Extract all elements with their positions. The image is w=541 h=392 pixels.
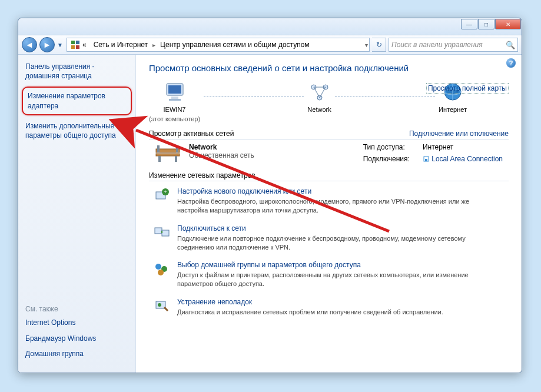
close-button[interactable]: ✕: [495, 19, 521, 29]
task-new-connection-desc: Настройка беспроводного, широкополосного…: [177, 197, 483, 215]
task-homegroup: Выбор домашней группы и параметров общег…: [154, 261, 509, 288]
svg-point-33: [158, 270, 164, 275]
address-icon: «: [67, 38, 90, 51]
troubleshoot-icon: [154, 298, 170, 314]
forward-button[interactable]: ►: [39, 37, 55, 52]
task-connect-desc: Подключение или повторное подключение к …: [177, 234, 483, 252]
homegroup-icon: [154, 261, 170, 277]
svg-line-13: [320, 87, 326, 98]
svg-rect-6: [171, 97, 178, 99]
access-type-label: Тип доступа:: [363, 143, 410, 152]
connection-name: Local Area Connection: [432, 155, 503, 163]
address-prefix: «: [82, 41, 87, 49]
svg-rect-19: [158, 156, 161, 162]
map-network: Network: [307, 81, 331, 122]
connect-disconnect-link[interactable]: Подключение или отключение: [409, 129, 509, 138]
svg-point-35: [158, 303, 161, 307]
access-type-value: Интернет: [423, 143, 503, 152]
change-settings-heading: Изменение сетевых параметров: [149, 171, 509, 181]
bench-icon: [154, 143, 182, 164]
computer-icon: [163, 81, 187, 104]
sidebar-sharing-link[interactable]: Изменить дополнительные параметры общего…: [25, 121, 128, 140]
search-icon[interactable]: 🔍: [506, 41, 515, 49]
svg-rect-28: [155, 228, 162, 234]
svg-line-12: [314, 87, 320, 98]
task-homegroup-desc: Доступ к файлам и принтерам, расположенн…: [177, 271, 483, 288]
connect-icon: [154, 224, 170, 241]
window: — □ ✕ ◄ ► ▼ « Сеть и Интернет ▸ Центр уп…: [18, 18, 522, 373]
breadcrumb-seg-1[interactable]: Сеть и Интернет: [90, 38, 151, 51]
map-internet-sub: [452, 115, 453, 122]
sidebar: Панель управления - домашняя страница Из…: [18, 55, 136, 373]
map-internet-label: Интернет: [439, 106, 467, 113]
svg-rect-1: [76, 41, 79, 44]
task-new-connection: + Настройка нового подключения или сети …: [154, 187, 509, 215]
see-also-link-0[interactable]: Internet Options: [25, 318, 129, 327]
map-pc-sub: (этот компьютер): [149, 115, 200, 122]
active-network-row: Network Общественная сеть Тип доступа: И…: [149, 143, 509, 164]
connection-link[interactable]: Local Area Connection: [423, 155, 503, 164]
network-info: Тип доступа: Интернет Подключения: Local…: [363, 143, 509, 164]
back-button[interactable]: ◄: [22, 37, 37, 52]
map-pc: IEWIN7 (этот компьютер): [149, 81, 200, 122]
svg-text:+: +: [164, 189, 167, 195]
task-homegroup-link[interactable]: Выбор домашней группы и параметров общег…: [177, 261, 483, 269]
minimize-button[interactable]: —: [461, 19, 477, 29]
search-input[interactable]: Поиск в панели управления 🔍: [389, 38, 518, 52]
network-icon: [308, 81, 331, 104]
see-also-heading: См. также: [25, 305, 129, 313]
svg-rect-0: [71, 41, 75, 44]
address-bar[interactable]: « Сеть и Интернет ▸ Центр управления сет…: [67, 38, 370, 52]
full-map-link[interactable]: Просмотр полной карты: [426, 83, 509, 94]
svg-rect-7: [169, 99, 181, 101]
navbar: ◄ ► ▼ « Сеть и Интернет ▸ Центр управлен…: [18, 35, 522, 55]
connections-label: Подключения:: [363, 155, 410, 164]
address-dropdown-icon[interactable]: ▾: [364, 42, 369, 48]
svg-rect-18: [156, 154, 180, 156]
svg-rect-24: [425, 159, 427, 161]
svg-rect-20: [175, 156, 177, 162]
help-icon[interactable]: ?: [506, 58, 516, 68]
sidebar-adapter-link[interactable]: Изменение параметров адаптера: [28, 91, 126, 110]
svg-rect-21: [157, 145, 160, 152]
task-connect-link[interactable]: Подключиться к сети: [177, 224, 483, 232]
svg-point-31: [155, 264, 161, 270]
svg-rect-22: [176, 145, 178, 152]
task-troubleshoot: Устранение неполадок Диагностика и испра…: [154, 298, 509, 317]
map-line-2: [335, 96, 435, 97]
maximize-button[interactable]: □: [478, 19, 494, 29]
annotation-highlight: Изменение параметров адаптера: [22, 87, 132, 115]
change-settings-label: Изменение сетевых параметров: [149, 171, 255, 180]
sidebar-see-also: См. также Internet Options Брандмауэр Wi…: [25, 305, 129, 364]
new-connection-icon: +: [154, 187, 170, 204]
see-also-link-2[interactable]: Домашняя группа: [25, 349, 129, 358]
ethernet-icon: [423, 155, 430, 162]
task-new-connection-link[interactable]: Настройка нового подключения или сети: [177, 187, 483, 195]
svg-rect-29: [162, 230, 169, 236]
refresh-button[interactable]: ↻: [372, 38, 386, 52]
chevron-right-icon[interactable]: ▸: [151, 42, 157, 48]
map-line-1: [204, 96, 304, 97]
content: ? Просмотр основных сведений о сети и на…: [136, 55, 522, 373]
map-network-label: Network: [307, 106, 331, 113]
map-pc-label: IEWIN7: [164, 106, 186, 113]
svg-rect-5: [168, 85, 181, 94]
task-connect: Подключиться к сети Подключение или повт…: [154, 224, 509, 252]
page-title: Просмотр основных сведений о сети и наст…: [149, 63, 509, 73]
network-name-col: Network Общественная сеть: [189, 143, 254, 164]
body: Панель управления - домашняя страница Из…: [18, 55, 522, 373]
network-type-link[interactable]: Общественная сеть: [189, 151, 254, 160]
svg-rect-2: [71, 45, 75, 49]
search-placeholder: Поиск в панели управления: [391, 41, 483, 49]
sidebar-home-link[interactable]: Панель управления - домашняя страница: [25, 62, 128, 81]
task-troubleshoot-link[interactable]: Устранение неполадок: [177, 298, 443, 306]
titlebar: — □ ✕: [18, 18, 522, 35]
see-also-link-1[interactable]: Брандмауэр Windows: [25, 334, 129, 343]
map-network-sub: [318, 115, 320, 122]
breadcrumb-seg-2[interactable]: Центр управления сетями и общим доступом: [157, 38, 313, 51]
active-networks-label: Просмотр активных сетей: [149, 129, 234, 138]
task-troubleshoot-desc: Диагностика и исправление сетевых пробле…: [177, 308, 443, 317]
nav-history-dropdown[interactable]: ▼: [57, 42, 64, 48]
active-networks-heading: Просмотр активных сетей Подключение или …: [149, 129, 509, 139]
network-name: Network: [189, 143, 254, 151]
